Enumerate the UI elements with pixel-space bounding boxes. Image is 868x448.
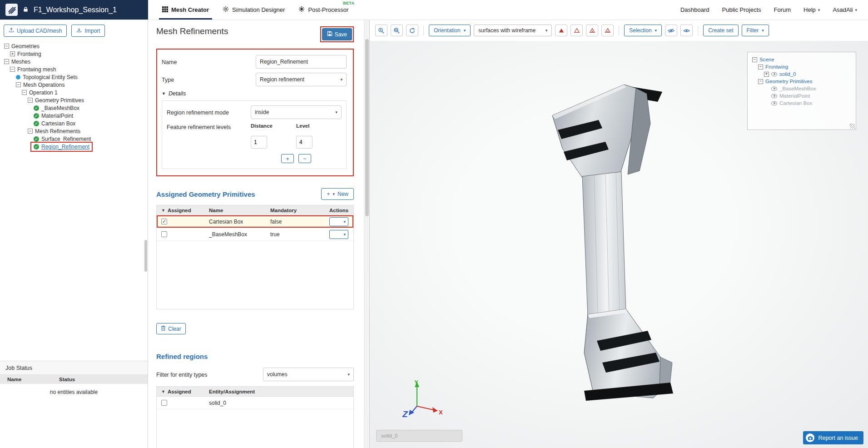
tree-item-icon[interactable] xyxy=(22,90,27,95)
scene-tree-item[interactable]: _BaseMeshBox xyxy=(749,85,854,92)
tree-item-icon[interactable] xyxy=(4,59,9,64)
visibility-eye-icon[interactable] xyxy=(771,101,777,105)
filter-dropdown[interactable]: Filter ▾ xyxy=(742,25,769,36)
nav-public-projects[interactable]: Public Projects xyxy=(722,6,761,13)
tree-item[interactable]: Frontwing mesh xyxy=(0,65,148,73)
tree-item-label[interactable]: Region_Refinement xyxy=(41,144,89,150)
nav-help-menu[interactable]: Help▾ xyxy=(804,6,820,13)
details-toggle[interactable]: ▼ Details xyxy=(162,90,347,97)
scene-item-label[interactable]: _BaseMeshBox xyxy=(779,86,816,91)
upload-cad-button[interactable]: Upload CAD/mesh xyxy=(4,25,67,37)
tree-item-icon[interactable] xyxy=(16,82,21,87)
tree-item[interactable]: Region_Refinement xyxy=(0,143,148,150)
refinement-mode-select[interactable]: inside ▾ xyxy=(251,105,342,119)
selection-dropdown[interactable]: Selection ▾ xyxy=(624,25,662,36)
tree-item-label[interactable]: Geometries xyxy=(11,43,40,50)
expand-toggle-icon[interactable] xyxy=(758,79,763,84)
scene-tree-item[interactable]: solid_0 xyxy=(749,70,854,78)
assigned-table-row[interactable]: Cartesian Box false ▾ xyxy=(157,215,353,228)
mesh-quality-lines-button[interactable] xyxy=(601,25,614,36)
scene-tree-item[interactable]: MaterialPoint xyxy=(749,92,854,100)
visibility-eye-icon[interactable] xyxy=(771,94,777,98)
scene-item-label[interactable]: Cartesian Box xyxy=(779,100,812,106)
tree-item[interactable]: Mesh Operations xyxy=(0,81,148,89)
job-status-title[interactable]: Job Status xyxy=(0,361,148,375)
entity-type-select[interactable]: volumes ▾ xyxy=(263,368,354,381)
nav-dashboard[interactable]: Dashboard xyxy=(680,6,709,13)
tree-item-icon[interactable] xyxy=(34,121,39,126)
zoom-in-button[interactable] xyxy=(375,25,387,36)
tree-item-icon[interactable] xyxy=(34,136,39,142)
distance-input[interactable] xyxy=(251,136,267,149)
tree-item[interactable]: Operation 1 xyxy=(0,89,148,96)
tree-item[interactable]: Surface_Refinement xyxy=(0,135,148,143)
tree-item[interactable]: Mesh Refinements xyxy=(0,127,148,135)
tab-post-processor[interactable]: BETA Post-Processor xyxy=(292,0,355,20)
app-logo-icon[interactable] xyxy=(5,4,18,16)
reset-view-button[interactable] xyxy=(406,25,418,36)
orientation-dropdown[interactable]: Orientation ▾ xyxy=(429,25,471,36)
mesh-quality-dot-button[interactable] xyxy=(586,25,598,36)
tree-item[interactable]: MaterialPoint xyxy=(0,112,148,119)
tree-item-label[interactable]: Surface_Refinement xyxy=(41,136,91,142)
tree-item[interactable]: Geometry Primitives xyxy=(0,96,148,104)
scene-tree-item[interactable]: Cartesian Box xyxy=(749,100,854,107)
tree-item-label[interactable]: Cartesian Box xyxy=(41,120,75,127)
tree-item[interactable]: Frontwing xyxy=(0,50,148,58)
report-issue-button[interactable]: Report an issue xyxy=(803,431,863,444)
expand-toggle-icon[interactable] xyxy=(758,65,763,70)
tree-item-icon[interactable] xyxy=(4,44,9,49)
mesh-quality-filled-button[interactable] xyxy=(555,25,567,36)
assigned-table-row[interactable]: _BaseMeshBox true ▾ xyxy=(157,228,353,241)
tree-item-label[interactable]: Frontwing xyxy=(17,51,41,57)
mandatory-column-header[interactable]: Mandatory xyxy=(270,208,329,213)
name-input[interactable] xyxy=(256,55,347,69)
tab-mesh-creator[interactable]: Mesh Creator xyxy=(155,0,216,20)
add-level-button[interactable]: + xyxy=(281,154,294,163)
clear-button[interactable]: Clear xyxy=(156,323,186,334)
tree-item[interactable]: Geometries xyxy=(0,42,148,50)
import-button[interactable]: Import xyxy=(71,25,105,37)
sort-desc-icon[interactable]: ▼ xyxy=(161,208,165,213)
tree-item-icon[interactable] xyxy=(16,75,20,80)
row-actions-dropdown[interactable]: ▾ xyxy=(329,217,348,226)
panel-scrollbar[interactable] xyxy=(364,20,369,448)
tree-item-label[interactable]: _BaseMeshBox xyxy=(41,105,79,111)
assigned-checkbox[interactable] xyxy=(161,231,167,237)
name-column-header[interactable]: Name xyxy=(209,208,270,213)
tree-item-label[interactable]: Mesh Refinements xyxy=(35,128,80,134)
scene-tree-item[interactable]: Scene xyxy=(749,56,854,63)
expand-toggle-icon[interactable] xyxy=(764,72,769,77)
tree-item-label[interactable]: Topological Entity Sets xyxy=(23,74,78,80)
nav-forum[interactable]: Forum xyxy=(774,6,791,13)
scene-item-label[interactable]: solid_0 xyxy=(779,71,796,77)
render-mode-select[interactable]: surfaces with wireframe ▾ xyxy=(474,25,552,36)
viewport-canvas[interactable]: Scene Frontwing solid_0 xyxy=(370,41,868,448)
scene-item-label[interactable]: Geometry Primitives xyxy=(765,79,813,84)
new-primitive-button[interactable]: + ▾ New xyxy=(321,188,354,200)
tree-item-label[interactable]: Frontwing mesh xyxy=(17,66,56,73)
mesh-quality-outline-button[interactable] xyxy=(570,25,583,36)
refined-checkbox[interactable] xyxy=(161,400,167,406)
type-select[interactable]: Region refinement ▾ xyxy=(256,73,347,86)
scrollbar-thumb[interactable] xyxy=(365,39,369,216)
row-actions-dropdown[interactable]: ▾ xyxy=(329,230,348,239)
tree-item[interactable]: Meshes xyxy=(0,58,148,65)
entity-column-header[interactable]: Entity/Assignment xyxy=(209,389,353,394)
refined-table-row[interactable]: solid_0 xyxy=(157,397,353,409)
tree-item-label[interactable]: Meshes xyxy=(11,59,30,65)
save-button[interactable]: Save xyxy=(322,28,352,40)
tree-item-label[interactable]: Geometry Primitives xyxy=(35,97,84,104)
resize-handle[interactable] xyxy=(850,124,855,129)
show-all-button[interactable] xyxy=(680,25,693,36)
scene-tree-item[interactable]: Frontwing xyxy=(749,63,854,70)
scene-item-label[interactable]: Frontwing xyxy=(765,64,789,70)
nav-user-menu[interactable]: AsadAli▾ xyxy=(833,6,857,13)
tree-item-icon[interactable] xyxy=(34,113,39,119)
tree-item-label[interactable]: Mesh Operations xyxy=(23,82,64,88)
tree-item-label[interactable]: Operation 1 xyxy=(29,90,58,96)
assigned-column-header[interactable]: Assigned xyxy=(168,208,191,213)
tree-item-icon[interactable] xyxy=(28,98,33,103)
tree-item-label[interactable]: MaterialPoint xyxy=(41,113,73,119)
level-input[interactable] xyxy=(296,136,312,149)
